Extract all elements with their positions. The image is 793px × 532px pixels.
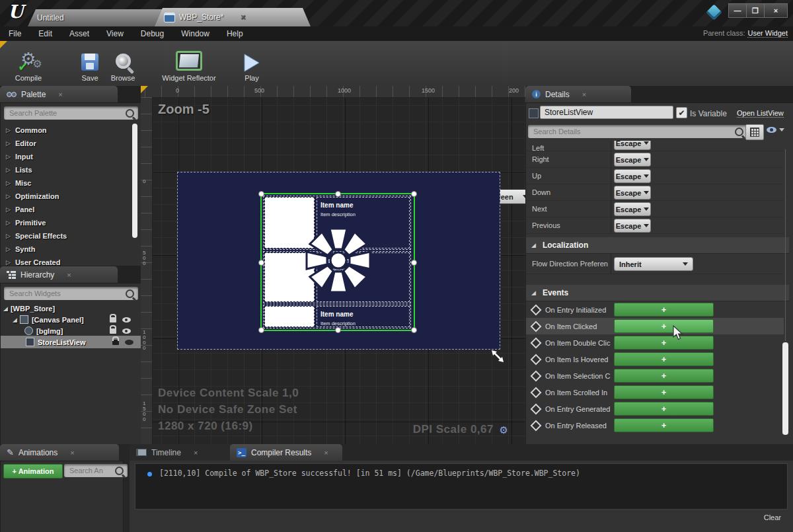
resize-handle[interactable]: [411, 191, 417, 197]
palette-category-lists[interactable]: ▷Lists: [1, 163, 130, 176]
palette-search[interactable]: [4, 106, 138, 120]
add-event-button[interactable]: +: [614, 418, 714, 432]
close-icon[interactable]: ×: [241, 13, 245, 22]
resize-handle[interactable]: [335, 327, 341, 333]
lock-icon[interactable]: [110, 328, 116, 334]
compile-button[interactable]: ⚙ ⚙ ✔ Compile: [7, 44, 50, 82]
flow-direction-dropdown[interactable]: Inherit: [614, 257, 693, 271]
add-event-button[interactable]: +: [614, 352, 714, 366]
search-input[interactable]: [68, 466, 115, 475]
resize-handle[interactable]: [335, 191, 341, 197]
close-icon[interactable]: ×: [324, 449, 328, 457]
widget-canvas[interactable]: Item name Item description Item name Ite…: [177, 172, 500, 350]
search-input[interactable]: [8, 289, 126, 298]
marketplace-icon[interactable]: [706, 4, 722, 20]
resize-handle[interactable]: [411, 327, 417, 333]
clear-log-button[interactable]: Clear: [764, 513, 781, 521]
visibility-eye-icon[interactable]: [122, 328, 131, 334]
nav-up-dropdown[interactable]: Escape: [614, 169, 651, 183]
tree-item-wbp-store[interactable]: ◢[WBP_Store]: [3, 303, 139, 314]
designer-viewport[interactable]: 0 500 1000 1500 200 0 500 1000 1500 Zoom…: [141, 86, 525, 444]
nav-down-dropdown[interactable]: Escape: [614, 186, 651, 200]
palette-category-misc[interactable]: ▷Misc: [1, 176, 130, 190]
nav-previous-dropdown[interactable]: Escape: [614, 219, 651, 233]
save-button[interactable]: Save: [75, 44, 104, 82]
palette-category-panel[interactable]: ▷Panel: [1, 203, 130, 216]
add-event-button[interactable]: +: [614, 336, 714, 350]
maximize-button[interactable]: ❐: [746, 3, 765, 18]
palette-panel-tab[interactable]: Palette ×: [0, 86, 118, 102]
timeline-panel-tab[interactable]: Timeline ×: [130, 444, 241, 461]
resize-handle[interactable]: [258, 191, 264, 197]
list-entry-3[interactable]: Item name Item description: [263, 305, 411, 328]
close-icon[interactable]: ×: [194, 449, 198, 457]
doc-tab-wbp-store[interactable]: WBP_Store* ×: [155, 8, 311, 26]
menu-asset[interactable]: Asset: [61, 29, 98, 38]
resize-handle[interactable]: [258, 260, 264, 266]
close-icon[interactable]: ×: [70, 449, 74, 457]
palette-category-editor[interactable]: ▷Editor: [1, 137, 130, 150]
hierarchy-panel-tab[interactable]: Hierarchy ×: [0, 266, 118, 283]
palette-category-common[interactable]: ▷Common: [1, 124, 130, 137]
menu-edit[interactable]: Edit: [30, 29, 61, 38]
widget-name-input[interactable]: [540, 106, 673, 119]
storelistview-widget[interactable]: Item name Item description Item name Ite…: [260, 193, 415, 331]
add-event-button[interactable]: +: [614, 319, 714, 333]
palette-category-optimization[interactable]: ▷Optimization: [1, 190, 130, 203]
menu-debug[interactable]: Debug: [132, 29, 172, 38]
nav-left-dropdown[interactable]: Escape: [614, 141, 651, 150]
palette-category-special-effects[interactable]: ▷Special Effects: [1, 229, 130, 243]
tree-item-canvas-panel[interactable]: ◢ [Canvas Panel]: [13, 314, 139, 325]
palette-category-input[interactable]: ▷Input: [1, 150, 130, 163]
nav-next-dropdown[interactable]: Escape: [614, 202, 651, 216]
view-options-button[interactable]: [767, 127, 784, 133]
close-icon[interactable]: ×: [582, 91, 586, 98]
resize-handle[interactable]: [411, 260, 417, 266]
add-event-button[interactable]: +: [614, 385, 714, 399]
visibility-eye-icon[interactable]: [125, 340, 133, 345]
details-scrollbar[interactable]: [782, 342, 788, 435]
tree-item-bgimg[interactable]: [bgImg]: [24, 325, 139, 336]
details-panel-tab[interactable]: i Details ×: [525, 86, 631, 102]
compiler-log[interactable]: [2110,10] Compile of WBP_Store successfu…: [135, 463, 788, 510]
lock-icon[interactable]: [110, 317, 116, 323]
localization-section-header[interactable]: ◢Localization: [526, 237, 789, 254]
nav-right-dropdown[interactable]: Escape: [614, 153, 651, 167]
search-input[interactable]: [8, 108, 126, 118]
animations-search[interactable]: [64, 464, 128, 477]
details-search[interactable]: [528, 125, 747, 138]
play-button[interactable]: Play: [237, 44, 267, 82]
menu-help[interactable]: Help: [218, 29, 252, 38]
close-icon[interactable]: ×: [67, 271, 71, 279]
hierarchy-search[interactable]: [4, 287, 138, 300]
resize-arrow-icon[interactable]: [490, 349, 505, 363]
property-matrix-button[interactable]: [745, 124, 764, 140]
doc-tab-untitled[interactable]: Untitled: [28, 9, 172, 26]
palette-scrollbar[interactable]: [132, 124, 137, 238]
compiler-results-panel-tab[interactable]: >_ Compiler Results ×: [230, 444, 342, 461]
is-variable-checkbox[interactable]: ✔: [676, 107, 687, 118]
add-event-button[interactable]: +: [614, 402, 714, 416]
minimize-button[interactable]: —: [728, 3, 747, 18]
search-input[interactable]: [532, 127, 735, 136]
widget-reflector-button[interactable]: Widget Reflector: [153, 44, 225, 82]
open-listview-link[interactable]: Open ListView: [737, 109, 784, 118]
menu-window[interactable]: Window: [172, 29, 218, 38]
palette-category-primitive[interactable]: ▷Primitive: [1, 216, 130, 229]
palette-category-synth[interactable]: ▷Synth: [1, 243, 130, 256]
browse-button[interactable]: Browse: [106, 44, 140, 82]
add-animation-button[interactable]: + Animation: [3, 464, 63, 478]
events-section-header[interactable]: ◢Events: [526, 285, 789, 301]
visibility-eye-icon[interactable]: [122, 317, 131, 323]
dpi-settings-gear-icon[interactable]: ⚙: [500, 424, 508, 436]
resize-handle[interactable]: [258, 327, 264, 333]
parent-class-value[interactable]: User Widget: [747, 29, 788, 38]
add-event-button[interactable]: +: [614, 369, 714, 383]
add-event-button[interactable]: +: [614, 303, 714, 317]
tree-item-storelistview[interactable]: StoreListView: [1, 336, 141, 348]
animations-panel-tab[interactable]: ✎ Animations ×: [0, 444, 119, 461]
menu-file[interactable]: File: [0, 29, 30, 38]
tutorial-corner-marker[interactable]: [141, 86, 148, 93]
menu-view[interactable]: View: [98, 29, 132, 38]
close-button[interactable]: ×: [764, 3, 788, 18]
